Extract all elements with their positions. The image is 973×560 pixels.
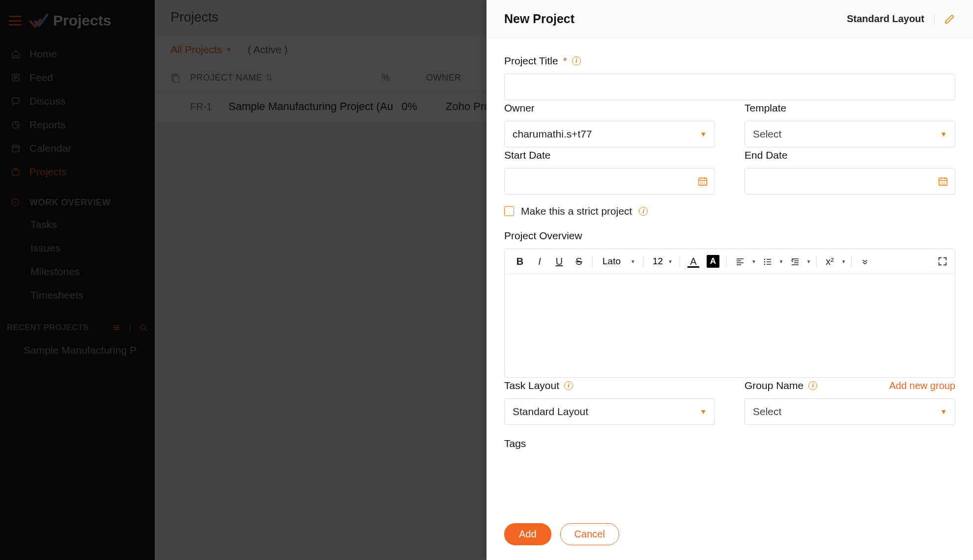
bold-button[interactable]: B bbox=[512, 253, 528, 270]
panel-header: New Project Standard Layout bbox=[486, 0, 973, 38]
chevron-down-icon: ▼ bbox=[806, 259, 811, 264]
svg-point-22 bbox=[941, 184, 942, 185]
add-button[interactable]: Add bbox=[504, 523, 551, 545]
svg-point-13 bbox=[702, 182, 703, 183]
strikethrough-button[interactable]: S bbox=[571, 253, 587, 270]
start-date-label: Start Date bbox=[504, 149, 715, 161]
label-text: Project Title bbox=[504, 55, 558, 67]
toolbar-separator bbox=[592, 255, 593, 267]
info-icon[interactable]: i bbox=[564, 381, 573, 390]
chevron-down-icon: ▼ bbox=[630, 259, 635, 264]
svg-point-14 bbox=[704, 182, 705, 183]
svg-point-12 bbox=[700, 182, 701, 183]
project-title-label: Project Title*i bbox=[504, 55, 955, 67]
svg-point-15 bbox=[700, 184, 701, 185]
toolbar-separator bbox=[643, 255, 644, 267]
calendar-icon[interactable] bbox=[938, 176, 948, 187]
svg-point-16 bbox=[702, 184, 703, 185]
task-layout-label: Task Layouti bbox=[504, 380, 715, 392]
svg-point-25 bbox=[764, 259, 766, 260]
new-project-panel: New Project Standard Layout Project Titl… bbox=[486, 0, 973, 560]
editor-toolbar: B I U S Lato▼ 12▼ A A ▼ ▼ ▼ x²▼ bbox=[505, 249, 955, 274]
font-size-select[interactable]: 12▼ bbox=[649, 256, 675, 267]
superscript-button[interactable]: x² bbox=[822, 253, 838, 270]
strict-project-row: Make this a strict project i bbox=[504, 205, 955, 217]
fullscreen-icon[interactable] bbox=[937, 256, 948, 267]
svg-point-23 bbox=[943, 184, 944, 185]
chevron-down-icon: ▼ bbox=[841, 259, 846, 264]
template-select[interactable]: Select▼ bbox=[744, 121, 955, 147]
svg-point-27 bbox=[764, 264, 766, 265]
chevron-down-icon: ▼ bbox=[700, 130, 707, 138]
strict-checkbox[interactable] bbox=[504, 206, 514, 216]
divider bbox=[934, 14, 935, 25]
overview-editor: B I U S Lato▼ 12▼ A A ▼ ▼ ▼ x²▼ bbox=[504, 249, 955, 378]
svg-point-26 bbox=[764, 261, 766, 263]
font-color-button[interactable]: A bbox=[685, 253, 702, 270]
font-value: Lato bbox=[602, 256, 621, 267]
indent-button[interactable] bbox=[787, 253, 803, 270]
svg-point-24 bbox=[944, 184, 945, 185]
chevron-down-icon: ▼ bbox=[940, 130, 947, 138]
select-value: Standard Layout bbox=[513, 406, 588, 418]
toolbar-separator bbox=[816, 255, 817, 267]
chevron-down-icon: ▼ bbox=[940, 408, 947, 416]
font-select[interactable]: Lato▼ bbox=[598, 256, 638, 267]
highlight-button[interactable]: A bbox=[705, 253, 721, 270]
info-icon[interactable]: i bbox=[572, 56, 581, 65]
panel-header-actions: Standard Layout bbox=[847, 13, 955, 25]
group-name-label: Group NameiAdd new group bbox=[744, 380, 955, 392]
info-icon[interactable]: i bbox=[639, 207, 648, 216]
group-name-select[interactable]: Select▼ bbox=[744, 398, 955, 425]
toolbar-separator bbox=[680, 255, 680, 267]
start-date-input[interactable] bbox=[504, 168, 715, 195]
owner-select[interactable]: charumathi.s+t77▼ bbox=[504, 121, 715, 147]
more-button[interactable] bbox=[857, 253, 873, 270]
owner-label: Owner bbox=[504, 102, 715, 114]
cancel-button[interactable]: Cancel bbox=[560, 523, 619, 545]
overview-label: Project Overview bbox=[504, 230, 955, 242]
chevron-down-icon: ▼ bbox=[668, 259, 673, 264]
label-text: Group Name bbox=[744, 380, 803, 392]
svg-point-19 bbox=[941, 182, 942, 183]
list-button[interactable] bbox=[759, 253, 776, 270]
chevron-down-icon: ▼ bbox=[751, 259, 756, 264]
tags-label: Tags bbox=[504, 438, 955, 449]
label-text: Task Layout bbox=[504, 380, 559, 392]
panel-title: New Project bbox=[504, 12, 574, 26]
layout-name: Standard Layout bbox=[847, 13, 924, 25]
info-icon[interactable]: i bbox=[808, 381, 817, 390]
italic-button[interactable]: I bbox=[531, 253, 548, 270]
underline-button[interactable]: U bbox=[551, 253, 568, 270]
required-marker: * bbox=[563, 55, 567, 67]
toolbar-separator bbox=[851, 255, 852, 267]
edit-layout-icon[interactable] bbox=[944, 14, 955, 25]
select-value: charumathi.s+t77 bbox=[513, 128, 592, 140]
calendar-icon[interactable] bbox=[697, 176, 708, 187]
select-value: Select bbox=[753, 406, 781, 418]
add-new-group-link[interactable]: Add new group bbox=[889, 380, 955, 392]
size-value: 12 bbox=[653, 256, 663, 267]
align-button[interactable] bbox=[732, 253, 748, 270]
task-layout-select[interactable]: Standard Layout▼ bbox=[504, 398, 715, 425]
end-date-input[interactable] bbox=[744, 168, 955, 195]
template-label: Template bbox=[744, 102, 955, 114]
chevron-down-icon: ▼ bbox=[779, 259, 784, 264]
panel-body: Project Title*i Owner charumathi.s+t77▼ … bbox=[486, 38, 973, 560]
svg-point-17 bbox=[704, 184, 705, 185]
editor-textarea[interactable] bbox=[505, 274, 955, 377]
strict-label: Make this a strict project bbox=[521, 205, 632, 217]
toolbar-separator bbox=[726, 255, 727, 267]
svg-point-20 bbox=[943, 182, 944, 183]
project-title-input[interactable] bbox=[504, 74, 955, 100]
panel-footer: Add Cancel bbox=[486, 513, 973, 560]
svg-point-21 bbox=[944, 182, 945, 183]
select-value: Select bbox=[753, 128, 781, 140]
end-date-label: End Date bbox=[744, 149, 955, 161]
chevron-down-icon: ▼ bbox=[700, 408, 707, 416]
